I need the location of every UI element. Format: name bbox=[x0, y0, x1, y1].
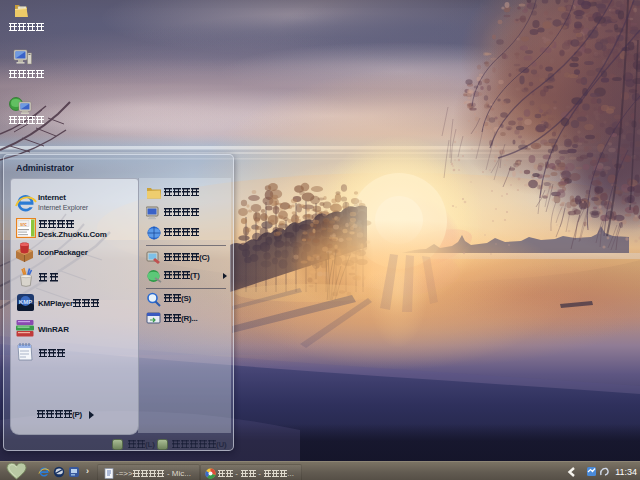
svg-text:src: src bbox=[20, 222, 27, 227]
svg-text:KMP: KMP bbox=[19, 299, 32, 305]
